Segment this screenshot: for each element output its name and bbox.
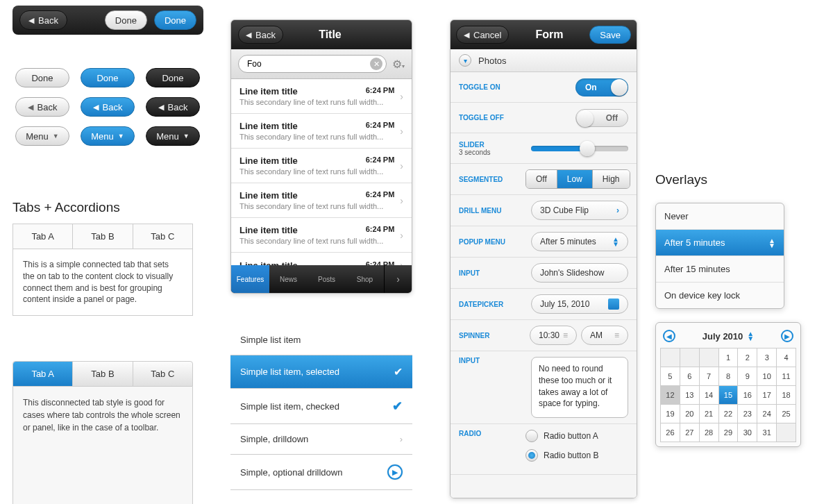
toggle-off[interactable]: Off <box>575 109 628 127</box>
calendar-day[interactable]: 7 <box>700 367 718 385</box>
list-item[interactable]: Line item title6:24 PMThis secondary lin… <box>231 149 412 183</box>
popup-option[interactable]: On device key lock <box>656 283 784 308</box>
calendar-day[interactable]: 22 <box>719 405 738 423</box>
list-item[interactable]: Line item title6:24 PMThis secondary lin… <box>231 183 412 218</box>
popup-option[interactable]: After 15 minutes <box>656 256 784 283</box>
radio-option-b[interactable]: Radio button B <box>525 449 598 462</box>
list-item-drilldown[interactable]: Simple, drilldown › <box>230 424 412 455</box>
calendar-day[interactable]: 27 <box>680 423 699 442</box>
calendar-title[interactable]: July 2010 ▲▼ <box>702 331 754 342</box>
done-light-button[interactable]: Done <box>15 68 69 87</box>
tabbar-features[interactable]: Features <box>231 265 269 293</box>
tab-a[interactable]: Tab A <box>13 224 73 249</box>
calendar-day[interactable]: 25 <box>777 405 796 423</box>
list-item[interactable]: Line item title6:24 PM› <box>231 253 412 265</box>
calendar-day[interactable]: 21 <box>700 405 718 423</box>
radio-option-a[interactable]: Radio button A <box>525 430 598 442</box>
chevron-left-icon: ◀ <box>464 31 469 40</box>
calendar-day[interactable]: 3 <box>757 348 776 367</box>
toggle-on[interactable]: On <box>575 78 628 96</box>
drill-menu[interactable]: 3D Cube Flip › <box>531 201 628 220</box>
list-item-checked[interactable]: Simple list item, checked ✔ <box>230 389 412 424</box>
list-item-selected[interactable]: Simple list item, selected ✔ <box>230 355 412 389</box>
list-item-optional-drilldown[interactable]: Simple, optional drilldown ▶ <box>230 455 412 490</box>
collapse-icon[interactable]: ▾ <box>459 54 471 67</box>
prev-month-icon[interactable]: ◀ <box>663 330 675 342</box>
drill-icon[interactable]: ▶ <box>387 464 403 480</box>
calendar-day[interactable]: 10 <box>757 367 776 385</box>
section-header[interactable]: ▾ Photos <box>451 49 637 72</box>
tabbar-news[interactable]: News <box>269 265 308 293</box>
tabbar-posts[interactable]: Posts <box>308 265 346 293</box>
menu-blue-button[interactable]: Menu▼ <box>81 126 135 146</box>
calendar-day[interactable]: 31 <box>757 423 776 442</box>
calendar-day[interactable]: 13 <box>680 386 699 404</box>
date-input[interactable]: July 15, 2010 <box>531 294 628 314</box>
calendar-day[interactable]: 18 <box>777 386 796 404</box>
calendar-day[interactable]: 15 <box>719 386 738 404</box>
calendar-day[interactable]: 30 <box>738 423 757 442</box>
tab-b[interactable]: Tab B <box>73 224 133 249</box>
calendar-day[interactable]: 8 <box>719 367 738 385</box>
calendar-day[interactable]: 1 <box>719 348 738 367</box>
seg-high[interactable]: High <box>593 170 630 188</box>
back-button[interactable]: ◀ Back <box>19 10 67 30</box>
seg-low[interactable]: Low <box>557 170 593 188</box>
back-dark-button[interactable]: ◀Back <box>146 97 200 117</box>
ampm-spinner[interactable]: AM ≡ <box>581 326 628 345</box>
done-dark-button[interactable]: Done <box>146 68 200 87</box>
cancel-button[interactable]: ◀ Cancel <box>456 26 509 44</box>
clear-icon[interactable]: ✕ <box>370 58 382 70</box>
done-primary-button[interactable]: Done <box>154 10 196 30</box>
calendar-day[interactable]: 2 <box>738 348 757 367</box>
save-button[interactable]: Save <box>589 26 631 44</box>
tab-b[interactable]: Tab B <box>73 362 133 386</box>
calendar-day[interactable]: 17 <box>757 386 776 404</box>
calendar-day[interactable]: 23 <box>738 405 757 423</box>
list-item[interactable]: Simple list item <box>230 325 412 355</box>
time-spinner[interactable]: 10:30 ≡ <box>530 326 577 345</box>
calendar-day[interactable]: 29 <box>719 423 738 442</box>
tabbar-shop[interactable]: Shop <box>346 265 384 293</box>
calendar-day[interactable]: 16 <box>738 386 757 404</box>
calendar-day[interactable]: 28 <box>700 423 718 442</box>
text-input[interactable]: John's Slideshow <box>531 263 628 283</box>
menu-light-button[interactable]: Menu▼ <box>15 126 69 146</box>
tab-c[interactable]: Tab C <box>133 362 192 386</box>
tab-c[interactable]: Tab C <box>133 224 192 249</box>
popup-option-selected[interactable]: After 5 minutes ▲▼ <box>656 230 784 256</box>
calendar-day[interactable]: 24 <box>757 405 776 423</box>
slider-row: SLIDER 3 seconds <box>451 133 637 164</box>
textarea[interactable]: No need to round these too much or it ta… <box>531 357 628 418</box>
calendar-day[interactable]: 12 <box>661 386 680 404</box>
tab-a[interactable]: Tab A <box>13 362 73 386</box>
list-item[interactable]: Line item title6:24 PMThis secondary lin… <box>231 114 412 149</box>
search-input[interactable] <box>238 55 387 73</box>
calendar-day[interactable]: 5 <box>661 367 680 385</box>
slider[interactable] <box>531 146 628 151</box>
calendar-day[interactable]: 19 <box>661 405 680 423</box>
calendar-day[interactable]: 11 <box>777 367 796 385</box>
calendar-day[interactable]: 20 <box>680 405 699 423</box>
calendar-day[interactable]: 4 <box>777 348 796 367</box>
calendar-day[interactable]: 9 <box>738 367 757 385</box>
list-item[interactable]: Line item title6:24 PMThis secondary lin… <box>231 79 412 114</box>
calendar-day[interactable]: 6 <box>680 367 699 385</box>
done-blue-button[interactable]: Done <box>81 68 135 87</box>
back-light-button[interactable]: ◀Back <box>15 97 69 117</box>
gear-icon[interactable]: ⚙▾ <box>392 58 405 71</box>
seg-off[interactable]: Off <box>526 170 557 188</box>
popup-menu-select[interactable]: After 5 minutes ▲▼ <box>531 232 628 251</box>
done-secondary-button[interactable]: Done <box>105 10 147 30</box>
calendar-day[interactable]: 14 <box>700 386 718 404</box>
menu-dark-button[interactable]: Menu▼ <box>146 126 200 146</box>
slider-knob[interactable] <box>580 141 595 156</box>
popup-option[interactable]: Never <box>656 203 784 230</box>
tabbar-more[interactable]: › <box>384 265 412 293</box>
next-month-icon[interactable]: ▶ <box>781 330 793 342</box>
updown-icon: ▲▼ <box>612 237 619 246</box>
radio-icon <box>525 430 538 442</box>
calendar-day[interactable]: 26 <box>661 423 680 442</box>
list-item[interactable]: Line item title6:24 PMThis secondary lin… <box>231 218 412 253</box>
back-blue-button[interactable]: ◀Back <box>81 97 135 117</box>
